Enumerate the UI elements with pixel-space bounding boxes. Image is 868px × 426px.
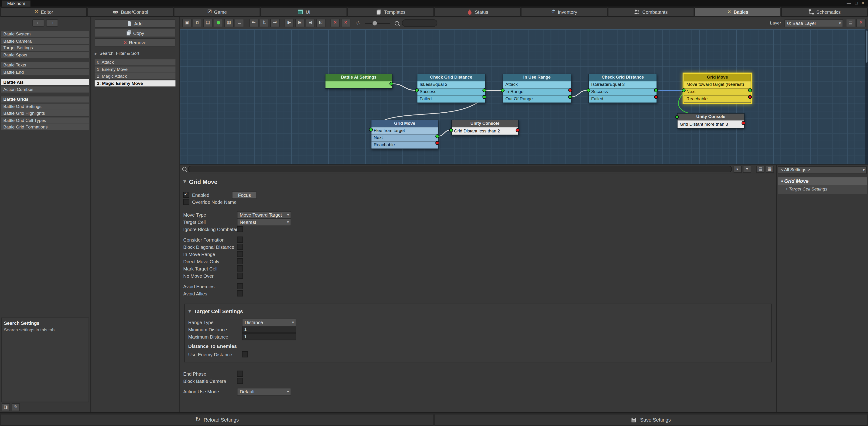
copy-button[interactable]: Copy — [95, 29, 176, 37]
connected-slot-icon[interactable] — [682, 88, 686, 92]
maximize-icon[interactable]: □ — [855, 0, 858, 6]
consider-formation-checkbox[interactable] — [237, 237, 243, 243]
graph-node[interactable]: Check Grid DistanceIsGreaterEqual 3Succe… — [588, 74, 657, 103]
graph-node[interactable]: Unity ConsoleGrid Distant less than 2 — [451, 120, 519, 135]
connected-slot-icon[interactable] — [654, 88, 658, 92]
node-row[interactable]: Move toward target (Nearest) — [684, 81, 751, 88]
graph-node[interactable]: Unity ConsoleGrid Distant more than 3 — [677, 113, 745, 129]
sidebar-item[interactable]: Target Settings — [1, 45, 89, 51]
node-row[interactable]: IsLessEqual 2 — [417, 81, 485, 88]
node-row[interactable]: Reachable — [371, 141, 438, 148]
tab-templates[interactable]: Templates — [348, 7, 434, 17]
connected-slot-icon[interactable] — [501, 88, 504, 92]
unconnected-slot-icon[interactable] — [435, 141, 439, 145]
layer-delete-button[interactable]: × — [856, 19, 866, 27]
node-row[interactable]: Success — [589, 88, 656, 95]
tab-battles[interactable]: ⚔ Battles — [694, 7, 781, 17]
entry-list-item[interactable]: 3: Magic Enemy Move — [95, 80, 176, 86]
tab-schematics[interactable]: Schematics — [781, 7, 868, 17]
tool-paste[interactable]: ⊡ — [316, 19, 326, 27]
connected-slot-icon[interactable] — [483, 88, 487, 92]
close-icon[interactable]: × — [862, 0, 864, 6]
graph-node[interactable]: Grid MoveMove toward target (Nearest)Nex… — [684, 74, 751, 103]
sidebar-item[interactable]: Battle Camera — [1, 38, 89, 44]
sidebar-item[interactable]: Battle Grid Cell Types — [1, 117, 89, 123]
sidebar-header[interactable]: Battle Grids — [1, 96, 89, 102]
tool-delete-all[interactable]: × — [341, 19, 350, 27]
tool-delete-node[interactable]: × — [331, 19, 340, 27]
edit-icon[interactable]: ✎ — [12, 403, 20, 411]
node-row[interactable]: In Range — [503, 88, 571, 95]
no-move-over-checkbox[interactable] — [237, 273, 243, 279]
tool-duplicate[interactable]: ▤ — [203, 19, 213, 27]
node-row[interactable]: Flee from target — [371, 127, 438, 134]
lock-icon[interactable]: ◨ — [2, 403, 10, 411]
node-row[interactable]: Success — [417, 88, 485, 95]
tool-play[interactable]: ▶ — [284, 19, 294, 27]
tool-box-select[interactable]: ▫ — [193, 19, 202, 27]
tab-inventory[interactable]: ⚗ Inventory — [521, 7, 607, 17]
search-filter-sort-foldout[interactable]: ▶ Search, Filter & Sort — [95, 51, 176, 56]
maximum-distance-input[interactable]: 1 — [242, 333, 296, 340]
connected-slot-icon[interactable] — [568, 95, 572, 99]
focus-button[interactable]: Focus — [232, 191, 257, 199]
save-settings-button[interactable]: Save Settings — [434, 414, 867, 426]
graph-node[interactable]: Grid MoveFlee from targetNextReachable — [371, 120, 438, 149]
node-row[interactable]: Reachable — [684, 95, 751, 103]
minimum-distance-input[interactable]: 1 — [242, 326, 296, 333]
graph-canvas[interactable]: Battle AI SettingsCheck Grid DistanceIsL… — [180, 29, 868, 165]
end-phase-checkbox[interactable] — [237, 371, 243, 377]
node-row[interactable]: Next — [684, 88, 751, 95]
tool-align-right[interactable]: ⇥ — [270, 19, 280, 27]
range-type-select[interactable]: Distance — [242, 318, 296, 326]
connected-slot-icon[interactable] — [390, 82, 394, 86]
connected-slot-icon[interactable] — [675, 115, 679, 119]
entry-list-item[interactable]: 0: Attack — [95, 59, 176, 65]
connected-slot-icon[interactable] — [748, 88, 752, 92]
all-settings-select[interactable]: < All Settings > — [778, 166, 867, 174]
minimize-icon[interactable]: — — [846, 0, 851, 6]
move-type-select[interactable]: Move Toward Target — [237, 211, 291, 219]
view-list-button[interactable]: ▤ — [756, 165, 765, 173]
node-row[interactable]: Failed — [417, 95, 485, 103]
find-menu-button[interactable]: ▾ — [743, 165, 751, 173]
ignore-blocking-checkbox[interactable] — [237, 226, 243, 232]
node-row[interactable]: Next — [371, 134, 438, 141]
view-grid-button[interactable]: ▦ — [766, 165, 774, 173]
tool-align-left[interactable]: ⇤ — [249, 19, 258, 27]
in-move-range-checkbox[interactable] — [237, 251, 243, 257]
add-button[interactable]: Add — [95, 19, 176, 28]
entry-list-item[interactable]: 2: Magic Attack — [95, 73, 176, 79]
tool-select[interactable]: ▣ — [182, 19, 191, 27]
layer-select[interactable]: 0: Base Layer — [784, 19, 843, 27]
node-row[interactable]: IsGreaterEqual 3 — [589, 81, 656, 88]
sidebar-item[interactable]: Battle Texts — [1, 62, 89, 68]
tool-add-node[interactable]: ⊞ — [295, 19, 305, 27]
graph-node[interactable]: In Use RangeAttackIn RangeOut Of Range — [503, 74, 571, 103]
connected-slot-icon[interactable] — [449, 128, 453, 132]
tab-combatants[interactable]: Combatants — [608, 7, 694, 17]
graph-scrollbar-thumb[interactable] — [866, 31, 868, 63]
tool-frame-all[interactable]: ▭ — [235, 19, 244, 27]
graph-search-input[interactable] — [402, 19, 437, 27]
tool-align-middle[interactable]: ⇅ — [259, 19, 269, 27]
block-diagonal-distance-checkbox[interactable] — [237, 244, 243, 250]
tab-game[interactable]: ⚂ Game — [174, 7, 260, 17]
sidebar-item[interactable]: Battle Grid Settings — [1, 103, 89, 109]
tab-ui[interactable]: UI — [261, 7, 347, 17]
inspector-title-row[interactable]: ▼ Grid Move — [183, 178, 773, 185]
connected-slot-icon[interactable] — [435, 134, 439, 138]
node-row[interactable] — [326, 81, 392, 88]
tab-editor[interactable]: ⚒ Editor — [0, 7, 87, 17]
graph-node[interactable]: Battle AI Settings — [325, 74, 393, 89]
mark-target-cell-checkbox[interactable] — [237, 265, 243, 272]
sidebar-item[interactable]: Battle Spots — [1, 52, 89, 58]
avoid-allies-checkbox[interactable] — [237, 290, 243, 296]
tab-status[interactable]: Status — [434, 7, 520, 17]
remove-button[interactable]: × Remove — [95, 38, 176, 47]
node-row[interactable]: Grid Distant more than 3 — [678, 120, 744, 128]
sidebar-item[interactable]: Battle AIs — [1, 79, 89, 85]
zoom-slider[interactable] — [365, 22, 390, 24]
graph-node[interactable]: Check Grid DistanceIsLessEqual 2SuccessF… — [417, 74, 486, 103]
sidebar-item[interactable]: Battle System — [1, 31, 89, 37]
